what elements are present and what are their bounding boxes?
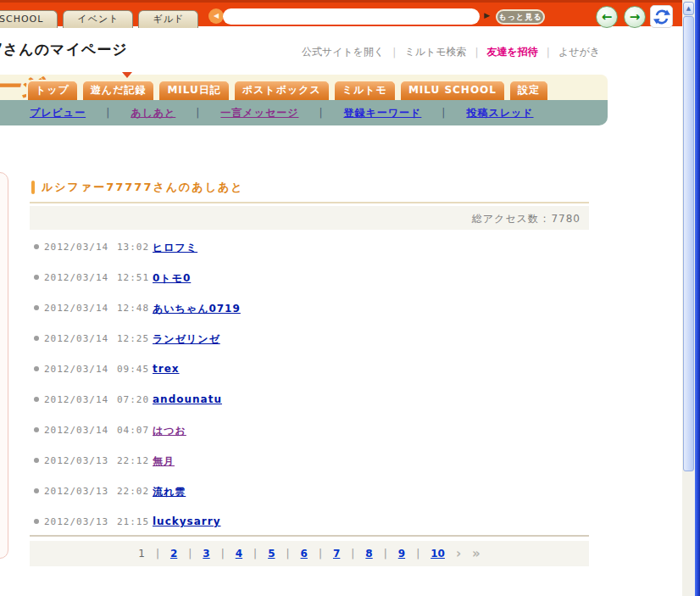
tab-3[interactable]: ポストボックス (233, 80, 331, 100)
section-heading: ルシファー77777さんのあしあと (31, 180, 244, 195)
ticker-scroll-right-icon[interactable]: ▶ (484, 11, 490, 19)
visitor-name-link[interactable]: はつお (153, 424, 186, 438)
entry-time: 21:15 (117, 516, 149, 527)
footprint-row: 2012/03/1412:48あいちゃん0719 (30, 301, 589, 315)
bullet-icon (34, 397, 39, 402)
entry-date: 2012/03/14 (44, 333, 108, 344)
header-link-3[interactable]: よせがき (558, 45, 600, 59)
separator: | (221, 548, 225, 560)
entry-date: 2012/03/13 (44, 516, 108, 527)
header-link-2[interactable]: 友達を招待 (487, 45, 538, 59)
scrollbar-up-button[interactable]: ▲ (683, 2, 694, 15)
last-page-icon[interactable]: » (472, 549, 481, 559)
bullet-icon (34, 244, 39, 249)
separator: | (392, 47, 396, 58)
page-link-5[interactable]: 5 (268, 548, 275, 560)
bullet-icon (34, 458, 39, 463)
entry-time: 12:25 (117, 333, 149, 344)
footprint-row: 2012/03/1322:02流れ雲 (30, 484, 589, 498)
tab-1[interactable]: 遊んだ記録 (81, 80, 156, 100)
visitor-name-link[interactable]: 0トモ0 (153, 271, 191, 286)
page-title: 7さんのマイページ (0, 40, 128, 59)
news-ticker-bar (223, 8, 480, 25)
visitor-name-link[interactable]: luckysarry (153, 515, 220, 527)
refresh-button[interactable] (650, 5, 673, 28)
visitor-name-link[interactable]: ヒロフミ (153, 241, 197, 255)
tab-row: トップ遊んだ記録MILU日記ポストボックスミルトモMILU SCHOOL設定 (26, 80, 549, 100)
visitor-name-link[interactable]: あいちゃん0719 (153, 302, 241, 316)
visitor-name-link[interactable]: 流れ雲 (153, 485, 186, 499)
entry-time: 12:51 (117, 272, 149, 283)
total-access-bar: 総アクセス数 : 7780 (30, 206, 589, 230)
visitor-name-link[interactable]: andounatu (153, 393, 222, 405)
page-link-7[interactable]: 7 (333, 548, 340, 560)
entry-date: 2012/03/14 (44, 364, 108, 375)
page-link-3[interactable]: 3 (203, 548, 209, 560)
entry-date: 2012/03/13 (44, 455, 108, 466)
header-link-1[interactable]: ミルトモ検索 (404, 45, 466, 59)
separator: | (106, 107, 110, 119)
visitor-name-link[interactable]: 無月 (153, 454, 175, 469)
subnav-link-1[interactable]: あしあと (131, 106, 175, 120)
subnav-link-3[interactable]: 登録キーワード (344, 106, 422, 120)
page-link-10[interactable]: 10 (431, 548, 445, 560)
bullet-icon (34, 305, 39, 310)
forward-arrow-icon[interactable]: → (624, 6, 646, 28)
topbar-button-group: SCHOOLイベントギルド (0, 10, 198, 28)
separator: | (416, 548, 419, 560)
window-edge (695, 0, 700, 596)
footprint-row: 2012/03/1321:15luckysarry (30, 515, 589, 528)
tab-pointer-icon (122, 72, 132, 78)
section-heading-text: ルシファー77777さんのあしあと (42, 180, 244, 195)
footprint-row: 2012/03/1322:12無月 (30, 454, 589, 467)
entry-time: 07:20 (117, 394, 149, 405)
ticker-scroll-left-icon[interactable]: ◀ (208, 8, 224, 24)
next-page-icon[interactable]: › (456, 549, 461, 559)
separator: | (547, 47, 550, 58)
topbar-button-school[interactable]: SCHOOL (0, 10, 58, 28)
top-navigation-bar: SCHOOLイベントギルド ◀ ▶ もっと見る ← → (0, 0, 682, 26)
tab-2[interactable]: MILU日記 (158, 80, 230, 100)
tab-4[interactable]: ミルトモ (333, 80, 397, 100)
topbar-button-イベント[interactable]: イベント (63, 10, 133, 28)
subnav-bar: プレビュー|あしあと|一言メッセージ|登録キーワード|投稿スレッド (0, 100, 608, 125)
header-link-row: 公式サイトを開く|ミルトモ検索|友達を招待|よせがき (302, 45, 600, 59)
visitor-name-link[interactable]: ランゼリンゼ (153, 332, 220, 347)
page-link-4[interactable]: 4 (236, 548, 242, 560)
scrollbar-thumb[interactable] (683, 16, 694, 471)
page-link-2[interactable]: 2 (170, 548, 177, 560)
bullet-icon (34, 488, 39, 493)
tab-5[interactable]: MILU SCHOOL (399, 80, 506, 100)
entry-date: 2012/03/13 (44, 486, 108, 497)
more-button[interactable]: もっと見る (496, 9, 545, 25)
tab-6[interactable]: 設定 (508, 80, 549, 100)
footprint-row: 2012/03/1404:07はつお (30, 423, 589, 437)
entry-date: 2012/03/14 (44, 242, 108, 253)
subnav-link-0[interactable]: プレビュー (30, 106, 86, 120)
bullet-icon (34, 275, 39, 280)
footprint-row: 2012/03/1407:20andounatu (30, 393, 589, 406)
subnav-link-4[interactable]: 投稿スレッド (466, 106, 533, 120)
page-link-9[interactable]: 9 (398, 548, 405, 560)
entry-date: 2012/03/14 (44, 394, 108, 405)
topbar-button-ギルド[interactable]: ギルド (138, 10, 198, 28)
separator: | (319, 107, 323, 119)
subnav-link-2[interactable]: 一言メッセージ (220, 106, 298, 120)
bullet-icon (34, 519, 39, 524)
refresh-icon (653, 8, 670, 25)
bullet-icon (34, 336, 39, 341)
scrollbar[interactable]: ▲ (682, 0, 695, 596)
left-side-panel (0, 172, 8, 559)
entry-time: 09:45 (117, 364, 149, 375)
back-arrow-icon[interactable]: ← (596, 6, 618, 28)
tab-0[interactable]: トップ (26, 80, 79, 100)
visitor-name-link[interactable]: trex (153, 363, 180, 375)
footprint-row: 2012/03/1413:02ヒロフミ (30, 240, 589, 253)
header-link-0[interactable]: 公式サイトを開く (302, 45, 384, 59)
separator: | (319, 548, 322, 560)
page-link-6[interactable]: 6 (301, 548, 308, 560)
bullet-icon (34, 427, 39, 432)
footprint-row: 2012/03/1412:510トモ0 (30, 270, 589, 284)
separator: | (253, 548, 257, 560)
page-link-8[interactable]: 8 (365, 548, 372, 560)
